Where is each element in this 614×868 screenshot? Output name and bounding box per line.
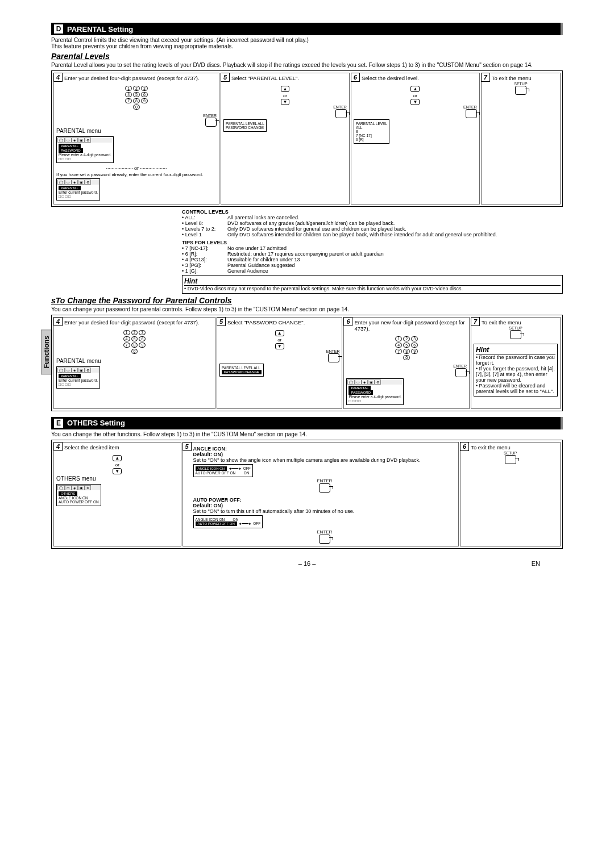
section-e-header: E OTHERS Setting bbox=[51, 417, 563, 429]
control-levels: CONTROL LEVELS • ALL:All parental locks … bbox=[182, 209, 563, 274]
others-menu-screen: ◯▭◈▣⚙ OTHERSANGLE ICON ONAUTO POWER OFF … bbox=[56, 484, 101, 506]
pw-step-5: 5 Select "PASSWORD CHANGE". ▲or▼ ENTER P… bbox=[217, 317, 343, 409]
pw-menu-screen: ◯▭◈▣⚙ PARENTALEnter current password.□ □… bbox=[56, 366, 100, 389]
others-step-5: 5 ANGLE ICON: Default: ON) Set to "ON" t… bbox=[182, 442, 459, 546]
step-4-num: 4 bbox=[53, 73, 63, 82]
step-4-if: If you have set a password already, ente… bbox=[56, 172, 217, 177]
lang-label: EN bbox=[532, 560, 540, 567]
step6-menu: PARENTAL LEVELALL87 [NC-17]6 [R] bbox=[354, 119, 389, 144]
step-7-text: To exit the menu bbox=[492, 76, 558, 82]
pw-step-7: 7 To exit the menu SETUP Hint • Record t… bbox=[471, 317, 561, 409]
parental-levels-title: Parental Levels bbox=[51, 52, 563, 61]
remote-icon bbox=[205, 118, 217, 127]
step-4-text: Enter your desired four-digit password (… bbox=[64, 76, 217, 82]
password-change-title: sTo Change the Password for Parental Con… bbox=[51, 296, 563, 305]
side-tab-functions: Functions bbox=[41, 329, 52, 374]
pw-new-screen: ◯▭◈▣⚙ PARENTALPASSWORDPlease enter a 4-d… bbox=[346, 378, 404, 405]
step-7-num: 7 bbox=[481, 73, 490, 82]
pw-step-4: 4 Enter your desired four-digit password… bbox=[53, 317, 215, 409]
section-e-intro: You can change the other functions. Foll… bbox=[51, 431, 563, 437]
down-arrow-icon: ▼ bbox=[281, 99, 290, 105]
password-intro: You can change your password for parenta… bbox=[51, 306, 563, 312]
enter-label: ENTER bbox=[56, 114, 217, 118]
up-arrow-icon: ▲ bbox=[410, 86, 420, 92]
parental-menu-label: PARENTAL menu bbox=[56, 128, 217, 134]
password-steps-row: 4 Enter your desired four-digit password… bbox=[51, 315, 563, 411]
enter-label: ENTER bbox=[223, 105, 347, 109]
step-5: 5 Select "PARENTAL LEVEL". ▲or▼ ENTER PA… bbox=[221, 73, 350, 205]
step-6-num: 6 bbox=[351, 73, 360, 82]
others-steps-row: 4 Select the desired item ▲or▼ OTHERS me… bbox=[51, 440, 563, 549]
page-number: – 16 – bbox=[298, 560, 316, 567]
section-d-intro1: Parental Control limits the disc viewing… bbox=[51, 37, 563, 43]
section-d-title: PARENTAL Setting bbox=[67, 25, 133, 34]
section-d-header: D PARENTAL Setting bbox=[51, 23, 563, 35]
down-arrow-icon: ▼ bbox=[410, 99, 420, 105]
step-7: 7 To exit the menu SETUP bbox=[481, 73, 561, 205]
step-6: 6 Select the desired level. ▲or▼ ENTER P… bbox=[351, 73, 480, 205]
page-footer: – 16 – EN bbox=[51, 560, 563, 567]
up-arrow-icon: ▲ bbox=[281, 86, 290, 92]
hint-box-1: Hint • DVD-Video discs may not respond t… bbox=[182, 275, 563, 294]
step5-menu: PARENTAL LEVEL ALLPASSWORD CHANGE bbox=[223, 119, 267, 132]
setup-label: SETUP bbox=[484, 82, 558, 86]
or-divider: or bbox=[56, 165, 217, 171]
others-step-4: 4 Select the desired item ▲or▼ OTHERS me… bbox=[53, 442, 181, 546]
parental-menu-screen: ◯▭◈▣⚙ PARENTALPASSWORDPlease enter a 4-d… bbox=[56, 136, 114, 163]
step-4: 4 Enter your desired four-digit password… bbox=[53, 73, 219, 205]
section-e-letter: E bbox=[53, 418, 64, 428]
remote-icon bbox=[515, 86, 526, 95]
enter-label: ENTER bbox=[354, 105, 477, 109]
section-d-intro2: This feature prevents your children from… bbox=[51, 43, 563, 49]
parental-levels-desc: Parental Level allows you to set the rat… bbox=[51, 62, 563, 68]
section-e-title: OTHERS Setting bbox=[67, 419, 125, 427]
step-6-text: Select the desired level. bbox=[362, 76, 477, 82]
hint-box-2: Hint • Record the password in case you f… bbox=[474, 344, 558, 397]
section-d-letter: D bbox=[53, 24, 64, 34]
pw-step-6: 6 Enter your new four-digit password (ex… bbox=[343, 317, 470, 409]
parental-menu-screen2: ◯▭◈▣⚙ PARENTALEnter current password.□ □… bbox=[56, 178, 100, 201]
keypad-icon: 1234567890 bbox=[56, 85, 217, 110]
remote-icon bbox=[466, 109, 477, 118]
others-step-6: 6 To exit the menu SETUP bbox=[460, 442, 561, 546]
step-5-num: 5 bbox=[221, 73, 230, 82]
step-5-text: Select "PARENTAL LEVEL". bbox=[231, 76, 347, 82]
parental-steps-row: 4 Enter your desired four-digit password… bbox=[51, 70, 563, 207]
remote-icon bbox=[335, 109, 347, 118]
